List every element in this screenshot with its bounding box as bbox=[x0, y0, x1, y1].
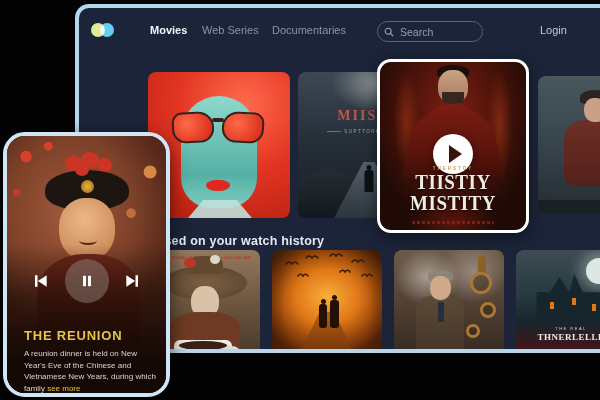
haunted-poster-title: THNERLELLE bbox=[516, 332, 600, 342]
featured-poster-tiistiy-mistity[interactable]: THERSTOY TIISTIY MISTITY bbox=[377, 59, 529, 233]
top-navigation: Movies Web Series Documentaries Login bbox=[79, 8, 600, 52]
mobile-player-card[interactable]: THE REUNION A reunion dinner is held on … bbox=[3, 132, 170, 397]
poster-art-glasses-bridge bbox=[212, 118, 224, 122]
login-button[interactable]: Login bbox=[540, 24, 567, 36]
poster-art-beard bbox=[442, 92, 464, 104]
poster-art-floor bbox=[538, 200, 600, 214]
poster-art-machine-gauge bbox=[466, 324, 480, 338]
playback-controls bbox=[7, 259, 166, 305]
pause-icon bbox=[79, 273, 95, 289]
poster-haunted-house[interactable]: THE REAL THNERLELLE bbox=[516, 250, 600, 353]
featured-title-line2: MISTITY bbox=[380, 192, 526, 214]
poster-art-coffee bbox=[179, 341, 227, 350]
poster-art-silhouette bbox=[566, 350, 576, 353]
movie-description-text: A reunion dinner is held on New Year's E… bbox=[24, 349, 156, 393]
search-box[interactable] bbox=[377, 21, 483, 42]
poster-art-window-light bbox=[592, 304, 596, 311]
search-icon bbox=[384, 27, 394, 37]
poster-art-sunglass-lens bbox=[171, 111, 215, 144]
nav-item-web-series[interactable]: Web Series bbox=[202, 24, 259, 36]
poster-art-machine-gauge bbox=[470, 272, 492, 294]
poster-art-flower bbox=[210, 255, 220, 264]
poster-art-walking-figure bbox=[365, 170, 374, 192]
skip-next-icon[interactable] bbox=[123, 271, 143, 291]
poster-art-jacket bbox=[564, 120, 600, 186]
poster-steampunk-man[interactable] bbox=[394, 250, 504, 353]
poster-art-sunglass-lens bbox=[221, 111, 265, 144]
movie-title: THE REUNION bbox=[24, 328, 122, 343]
poster-art-machine-gauge bbox=[480, 302, 496, 318]
skip-previous-icon[interactable] bbox=[30, 271, 50, 291]
poster-art-tie bbox=[438, 302, 444, 322]
nav-item-movies[interactable]: Movies bbox=[150, 24, 187, 36]
poster-art-collar bbox=[178, 200, 262, 218]
poster-art-vignette bbox=[272, 250, 382, 353]
poster-art-flower bbox=[184, 258, 196, 268]
poster-art-window-light bbox=[572, 298, 576, 305]
pause-button[interactable] bbox=[65, 259, 109, 303]
watch-history-heading: Based on your watch history bbox=[148, 234, 324, 248]
poster-sitting-man[interactable]: MI bbox=[538, 76, 600, 214]
screenshot-stage: Movies Web Series Documentaries Login bbox=[0, 0, 600, 400]
poster-art-head bbox=[584, 98, 600, 122]
see-more-link[interactable]: see more bbox=[47, 384, 80, 393]
poster-art-window-light bbox=[550, 302, 554, 309]
poster-orange-road[interactable] bbox=[272, 250, 382, 353]
poster-art-lips bbox=[206, 180, 230, 191]
search-input[interactable] bbox=[398, 25, 476, 39]
poster-art-moon bbox=[586, 258, 600, 284]
poster-art-head bbox=[430, 276, 451, 300]
featured-title-line1: TIISTIY bbox=[380, 171, 526, 193]
featured-credits-line bbox=[412, 221, 494, 224]
nav-item-documentaries[interactable]: Documentaries bbox=[272, 24, 346, 36]
logo-circle-blue bbox=[100, 23, 114, 37]
movie-description: A reunion dinner is held on New Year's E… bbox=[24, 348, 158, 394]
app-logo-icon[interactable] bbox=[91, 23, 115, 37]
haunted-poster-kicker: THE REAL bbox=[516, 326, 600, 331]
